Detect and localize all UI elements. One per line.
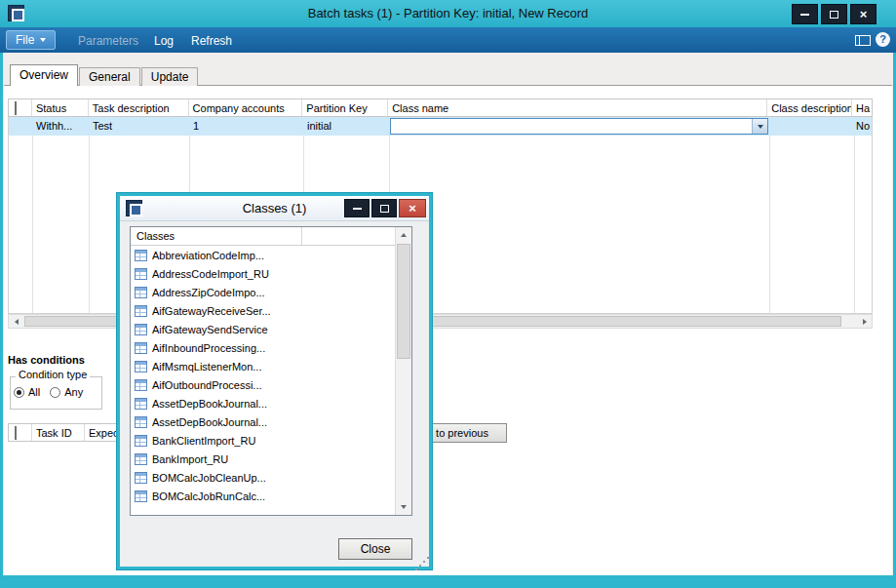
classes-list-header[interactable]: Classes xyxy=(131,227,411,246)
class-name-label: AddressCodeImport_RU xyxy=(152,268,269,280)
cell-company-accounts[interactable]: 1 xyxy=(189,117,303,136)
class-name-label: BOMCalcJobCleanUp... xyxy=(152,472,266,484)
class-name-label: AifMsmqListenerMon... xyxy=(152,361,261,372)
cell-has-conditions[interactable]: No xyxy=(854,117,873,136)
dialog-titlebar[interactable]: Classes (1) × xyxy=(120,196,429,221)
column-divider xyxy=(89,117,90,313)
radio-any-label: Any xyxy=(64,386,83,398)
select-all-column-header[interactable] xyxy=(9,99,32,116)
radio-all[interactable]: All xyxy=(14,386,40,398)
class-list-item[interactable]: AifInboundProcessing... xyxy=(131,338,395,357)
class-list-item[interactable]: BOMCalcJobRunCalc... xyxy=(131,487,395,505)
class-list-item[interactable]: AifGatewaySendService xyxy=(131,320,395,338)
tab-update[interactable]: Update xyxy=(141,67,199,86)
class-list: AbbreviationCodeImp...AddressCodeImport_… xyxy=(131,246,395,515)
dialog-close-button[interactable]: × xyxy=(399,199,426,217)
class-list-item[interactable]: AifOutboundProcessi... xyxy=(131,375,395,394)
menu-item-log[interactable]: Log xyxy=(154,34,174,48)
close-button[interactable]: × xyxy=(850,4,877,24)
column-header-company-accounts[interactable]: Company accounts xyxy=(189,99,303,116)
scroll-left-button[interactable] xyxy=(9,315,23,328)
table-icon xyxy=(135,361,147,372)
maximize-button[interactable] xyxy=(821,4,847,24)
column-header-partition-key[interactable]: Partition Key xyxy=(302,99,388,116)
header-divider xyxy=(301,227,302,245)
window-title: Batch tasks (1) - Partition Key: initial… xyxy=(0,6,896,20)
select-all-column-header[interactable] xyxy=(9,424,32,441)
class-name-label: AifInboundProcessing... xyxy=(152,342,265,354)
table-icon xyxy=(135,490,147,502)
scroll-down-button[interactable] xyxy=(396,499,411,515)
class-name-combobox[interactable] xyxy=(390,118,768,135)
menu-item-parameters[interactable]: Parameters xyxy=(78,34,138,48)
help-icon[interactable]: ? xyxy=(876,32,890,47)
column-header-task-description[interactable]: Task description xyxy=(89,99,189,116)
class-name-value xyxy=(391,119,742,137)
vertical-scrollbar[interactable] xyxy=(395,227,411,515)
class-list-item[interactable]: AssetDepBookJournal... xyxy=(131,412,395,431)
class-name-label: AssetDepBookJournal... xyxy=(152,398,267,410)
class-list-item[interactable]: AssetDepBookJournal... xyxy=(131,394,395,412)
dialog-maximize-button[interactable] xyxy=(371,199,397,217)
tab-general[interactable]: General xyxy=(79,67,140,86)
select-all-checkbox[interactable] xyxy=(15,101,17,115)
class-list-item[interactable]: AifGatewayReceiveSer... xyxy=(131,301,395,320)
scroll-right-button[interactable] xyxy=(857,315,872,328)
classes-dialog: Classes (1) × Classes AbbreviationCodeIm… xyxy=(117,193,432,569)
scrollbar-thumb[interactable] xyxy=(397,244,410,359)
class-list-item[interactable]: AddressZipCodeImpo... xyxy=(131,283,395,301)
arrow-down-icon xyxy=(401,505,407,509)
class-list-item[interactable]: BankClientImport_RU xyxy=(131,431,395,450)
radio-any[interactable]: Any xyxy=(50,386,83,398)
cell-task-description[interactable]: Test xyxy=(89,117,189,136)
tab-overview[interactable]: Overview xyxy=(10,64,78,86)
arrow-up-icon xyxy=(401,233,407,237)
class-name-label: BankImport_RU xyxy=(152,453,228,465)
column-header-class-name[interactable]: Class name xyxy=(388,99,767,116)
class-list-item[interactable]: AbbreviationCodeImp... xyxy=(131,246,395,264)
column-divider xyxy=(769,117,770,313)
class-list-item[interactable]: AifMsmqListenerMon... xyxy=(131,357,395,375)
window-titlebar[interactable]: Batch tasks (1) - Partition Key: initial… xyxy=(0,0,896,27)
scroll-up-button[interactable] xyxy=(396,227,411,243)
table-row[interactable]: Withh... Test 1 initial No xyxy=(9,117,872,136)
class-list-item[interactable]: BankImport_RU xyxy=(131,450,395,468)
menu-item-refresh[interactable]: Refresh xyxy=(191,34,232,48)
radio-all-label: All xyxy=(28,386,40,398)
resize-grip[interactable] xyxy=(423,561,425,563)
combobox-dropdown-button[interactable] xyxy=(752,119,767,134)
table-icon xyxy=(135,379,147,391)
layout-icon[interactable] xyxy=(855,35,871,46)
cell-partition-key[interactable]: initial xyxy=(303,117,389,136)
file-menu-button[interactable]: File xyxy=(6,30,56,50)
table-icon xyxy=(135,416,147,428)
class-name-label: AifGatewaySendService xyxy=(152,324,268,335)
class-name-label: AssetDepBookJournal... xyxy=(152,416,267,428)
column-header-task-id[interactable]: Task ID xyxy=(32,424,85,441)
table-icon xyxy=(135,305,147,317)
column-header-class-description[interactable]: Class description xyxy=(767,99,852,116)
minimize-icon xyxy=(353,208,362,210)
condition-type-options: All Any xyxy=(14,386,83,398)
classes-list-header-label: Classes xyxy=(136,230,175,242)
cell-class-description[interactable] xyxy=(769,117,854,136)
table-icon xyxy=(135,342,147,354)
maximize-icon xyxy=(380,205,389,213)
class-name-label: AbbreviationCodeImp... xyxy=(152,250,264,261)
select-all-checkbox[interactable] xyxy=(15,426,17,440)
column-header-has-conditions[interactable]: Ha xyxy=(852,99,872,116)
file-menu-label: File xyxy=(16,31,34,49)
class-name-label: AifOutboundProcessi... xyxy=(152,379,262,391)
minimize-icon xyxy=(800,14,809,16)
class-list-item[interactable]: BOMCalcJobCleanUp... xyxy=(131,468,395,487)
dialog-minimize-button[interactable] xyxy=(344,199,370,217)
class-list-item[interactable]: AddressCodeImport_RU xyxy=(131,264,395,283)
dialog-close-action-button[interactable]: Close xyxy=(338,538,412,560)
batch-tasks-window: Batch tasks (1) - Partition Key: initial… xyxy=(0,0,896,588)
column-header-status[interactable]: Status xyxy=(32,99,89,116)
table-icon xyxy=(135,287,147,298)
close-icon: × xyxy=(860,8,868,20)
minimize-button[interactable] xyxy=(792,4,818,24)
cell-status[interactable]: Withh... xyxy=(32,117,89,136)
close-icon: × xyxy=(409,202,416,215)
